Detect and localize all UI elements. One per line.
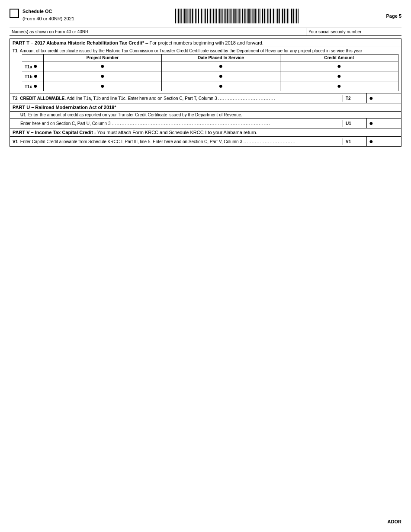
part-v-header: PART V – Income Tax Capital Credit - You… <box>10 128 401 137</box>
ssn-field[interactable]: Your social security number <box>306 28 401 35</box>
t1c-date-input[interactable]: ● <box>162 81 280 91</box>
svg-rect-60 <box>267 9 268 23</box>
v1-dots: ................................ <box>244 139 296 144</box>
barcode-icon <box>175 8 299 24</box>
u1-desc-row: U1 Enter the amount of credit as reporte… <box>10 112 401 119</box>
t1-table: Project Number Date Placed In Service Cr… <box>22 54 398 91</box>
u1-dot: ● <box>369 119 373 127</box>
page-number: Page 5 <box>386 13 401 19</box>
svg-rect-24 <box>212 9 212 23</box>
svg-rect-53 <box>257 9 257 23</box>
t1a-credit-input[interactable]: ● <box>280 61 398 71</box>
svg-rect-43 <box>241 9 241 23</box>
svg-rect-74 <box>289 9 289 23</box>
t1b-row-id: T1b ● <box>22 71 43 81</box>
svg-rect-45 <box>244 9 244 23</box>
svg-rect-76 <box>291 9 292 23</box>
u1-enter-desc-text: Enter here and on Section C, Part U, Col… <box>20 121 110 126</box>
svg-rect-21 <box>207 9 208 23</box>
svg-rect-20 <box>205 9 206 23</box>
svg-rect-63 <box>272 9 272 23</box>
svg-rect-41 <box>238 9 238 23</box>
svg-rect-72 <box>286 9 286 23</box>
u1-input[interactable]: ● <box>366 119 401 128</box>
svg-rect-30 <box>221 9 222 23</box>
svg-rect-31 <box>222 9 223 23</box>
table-row: T1c ● ● ● ● <box>22 81 398 91</box>
part-v-title-suffix: You must attach Form KRCC and Schedule K… <box>96 130 257 135</box>
t1-col0-header <box>22 54 43 61</box>
svg-rect-17 <box>201 9 202 23</box>
t2-dots: ................................... <box>218 96 275 101</box>
part-t-title-suffix: – For project numbers beginning with 201… <box>144 40 263 45</box>
part-u-title: PART U – Railroad Modernization Act of 2… <box>13 105 116 110</box>
part-t-title: PART T – 2017 Alabama Historic Rehabilit… <box>13 40 144 45</box>
t1b-credit-input[interactable]: ● <box>280 71 398 81</box>
svg-rect-55 <box>259 9 260 23</box>
t2-desc: T2 CREDIT ALLOWABLE. Add line T1a, T1b a… <box>10 95 343 102</box>
t1b-project-input[interactable]: ● <box>43 71 161 81</box>
svg-rect-2 <box>178 9 179 23</box>
svg-rect-18 <box>202 9 203 23</box>
svg-rect-38 <box>233 9 234 23</box>
schedule-title-text: Schedule OC <box>22 8 74 15</box>
svg-rect-65 <box>275 9 275 23</box>
form-body: PART T – 2017 Alabama Historic Rehabilit… <box>10 38 401 147</box>
svg-rect-70 <box>282 9 283 23</box>
svg-rect-10 <box>190 9 191 23</box>
v1-field-label: V1 <box>343 138 366 145</box>
svg-rect-36 <box>230 9 231 23</box>
form-subtitle-text: (Form 40 or 40NR) 2021 <box>22 15 74 22</box>
svg-rect-48 <box>248 9 250 23</box>
u1-enter-desc: Enter here and on Section C, Part U, Col… <box>10 120 343 127</box>
svg-rect-71 <box>283 9 285 23</box>
svg-rect-13 <box>195 9 196 23</box>
t1-desc-row: T1 Amount of tax credit certificate issu… <box>10 47 401 54</box>
form-checkbox-icon <box>10 9 19 18</box>
t1c-project-input[interactable]: ● <box>43 81 161 91</box>
t1c-credit-input[interactable]: ● <box>280 81 398 91</box>
svg-rect-28 <box>218 9 218 23</box>
svg-rect-3 <box>180 9 180 23</box>
v1-input[interactable]: ● <box>366 137 401 146</box>
svg-rect-34 <box>226 9 228 23</box>
svg-rect-33 <box>225 9 226 23</box>
svg-rect-11 <box>192 9 193 23</box>
u1-enter-row: Enter here and on Section C, Part U, Col… <box>10 119 401 128</box>
svg-rect-73 <box>287 9 288 23</box>
t2-field-label-text: T2 <box>346 96 351 101</box>
svg-rect-58 <box>264 9 265 23</box>
t1a-project-input[interactable]: ● <box>43 61 161 71</box>
t1-col3-header: Credit Amount <box>280 54 398 61</box>
t2-row: T2 CREDIT ALLOWABLE. Add line T1a, T1b a… <box>10 93 401 103</box>
svg-rect-9 <box>189 9 189 23</box>
footer-ador: ADOR <box>388 519 401 524</box>
v1-desc: V1 Enter Capital Credit allowable from S… <box>10 138 343 145</box>
svg-rect-15 <box>198 9 199 23</box>
schedule-title-block: Schedule OC (Form 40 or 40NR) 2021 <box>22 8 74 22</box>
v1-field-label-text: V1 <box>346 139 351 144</box>
svg-rect-23 <box>210 9 211 23</box>
u1-dots: ........................................… <box>112 121 270 126</box>
t2-field-label: T2 <box>343 95 366 102</box>
svg-rect-54 <box>258 9 259 23</box>
svg-rect-42 <box>239 9 240 23</box>
name-field[interactable]: Name(s) as shown on Form 40 or 40NR <box>10 28 306 35</box>
table-row: T1a ● ● ● ● <box>22 61 398 71</box>
svg-rect-57 <box>262 9 263 23</box>
svg-rect-5 <box>183 9 183 23</box>
svg-rect-80 <box>298 9 299 23</box>
t2-credit-allowable: CREDIT ALLOWABLE. <box>20 96 66 101</box>
t2-input[interactable]: ● <box>366 93 401 103</box>
svg-rect-37 <box>231 9 232 23</box>
t1b-date-input[interactable]: ● <box>162 71 280 81</box>
svg-rect-0 <box>175 9 176 23</box>
u1-field-label: U1 <box>343 120 366 127</box>
svg-rect-79 <box>296 9 297 23</box>
part-t-header: PART T – 2017 Alabama Historic Rehabilit… <box>10 39 401 47</box>
svg-rect-7 <box>186 9 186 23</box>
barcode-area <box>87 8 386 24</box>
t1a-date-input[interactable]: ● <box>162 61 280 71</box>
t1c-row-id: T1c ● <box>22 81 43 91</box>
name-ssn-row: Name(s) as shown on Form 40 or 40NR Your… <box>10 28 401 36</box>
